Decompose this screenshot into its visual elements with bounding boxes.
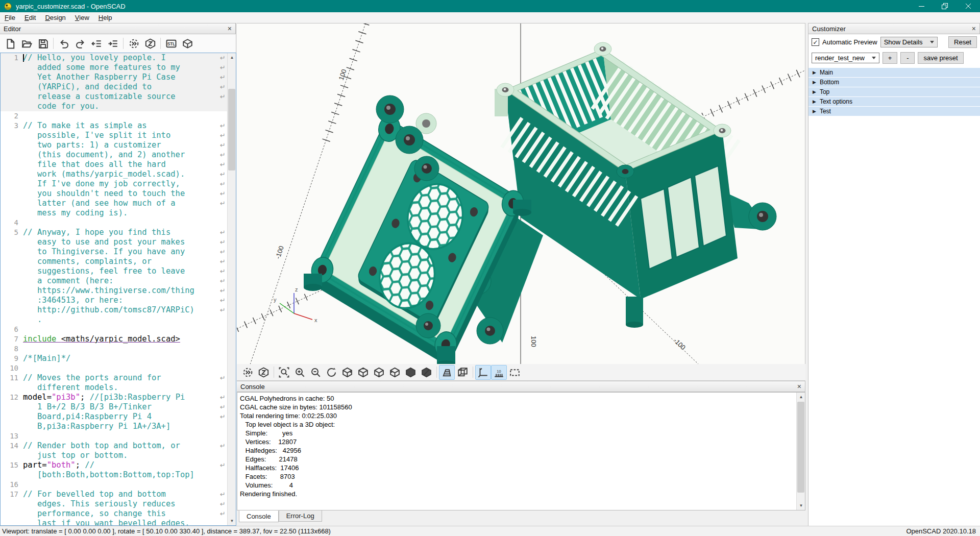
close-window-button[interactable]	[957, 0, 980, 12]
view-top-button[interactable]	[355, 365, 371, 380]
line-number: 3	[1, 121, 23, 131]
show-scale-markers-button[interactable]: 10	[491, 365, 507, 380]
line-wrap-icon: ↵	[220, 247, 226, 257]
render-icon	[145, 38, 156, 49]
tab-error-log[interactable]: Error-Log	[279, 510, 322, 522]
code-row: 16	[1, 480, 227, 490]
code-editor[interactable]: 1// Hello, you lovely people. I↵ added s…	[0, 53, 236, 526]
zoom-all-button[interactable]	[276, 365, 292, 380]
menu-view[interactable]: View	[70, 12, 94, 23]
line-number	[1, 63, 23, 72]
console-scroll-thumb[interactable]	[797, 402, 804, 493]
console-dock-title: Console	[240, 383, 265, 391]
scroll-up-icon[interactable]: ▲	[228, 53, 236, 62]
editor-scroll-thumb[interactable]	[228, 89, 235, 170]
viewport-3d[interactable]: 100 -100 -100 100	[237, 23, 805, 365]
menu-edit[interactable]: Edit	[20, 12, 40, 23]
orthogonal-icon	[457, 367, 468, 378]
show-axes-button[interactable]	[475, 365, 491, 380]
menu-file[interactable]: File	[0, 12, 20, 23]
customizer-close-icon[interactable]: ×	[972, 25, 976, 32]
code-row: release a customizable source↵	[1, 92, 227, 102]
editor-dock-header[interactable]: Editor ×	[0, 23, 236, 34]
code-row: code for you.	[1, 102, 227, 111]
open-file-button[interactable]	[18, 36, 35, 51]
section-bottom[interactable]: ▶Bottom	[808, 78, 980, 87]
line-number	[1, 92, 23, 102]
view-all-icon	[509, 367, 520, 378]
view-left-button[interactable]	[387, 365, 403, 380]
console-close-icon[interactable]: ×	[797, 383, 801, 390]
code-row: edges. This seriously reduces↵	[1, 499, 227, 509]
restore-button[interactable]	[933, 0, 957, 12]
reset-button[interactable]: Reset	[948, 36, 977, 48]
console-lines: CGAL Polyhedrons in cache: 50CGAL cache …	[237, 393, 805, 498]
view-bottom-button[interactable]	[371, 365, 387, 380]
menu-design[interactable]: Design	[40, 12, 70, 23]
line-number	[1, 305, 23, 315]
editor-dock-title: Editor	[4, 25, 21, 33]
zoom-out-button[interactable]	[308, 365, 324, 380]
section-test[interactable]: ▶Test	[808, 107, 980, 116]
view-all-button[interactable]	[507, 365, 523, 380]
console-dock-header[interactable]: Console ×	[237, 381, 805, 392]
tab-console[interactable]: Console	[239, 510, 279, 522]
section-text-options[interactable]: ▶Text options	[808, 97, 980, 106]
line-wrap-icon: ↵	[220, 131, 226, 140]
customizer-dock-title: Customizer	[812, 25, 846, 33]
redo-button[interactable]	[72, 36, 88, 51]
orthogonal-button[interactable]	[455, 365, 471, 380]
section-main[interactable]: ▶Main	[808, 68, 980, 77]
indent-button[interactable]	[105, 36, 121, 51]
line-number	[1, 499, 23, 509]
preview-button[interactable]	[240, 365, 256, 380]
console-output[interactable]: CGAL Polyhedrons in cache: 50CGAL cache …	[237, 392, 805, 510]
reset-view-icon	[326, 367, 337, 378]
section-top[interactable]: ▶Top	[808, 87, 980, 96]
code-row: 3// To make it as simple as↵	[1, 121, 227, 131]
menu-help[interactable]: Help	[94, 12, 117, 23]
save-file-button[interactable]	[35, 36, 51, 51]
console-scrollbar[interactable]: ▲ ▼	[796, 393, 805, 510]
line-wrap-icon: ↵	[220, 509, 226, 519]
preset-dropdown[interactable]: render_test_new	[812, 53, 879, 63]
remove-preset-button[interactable]: -	[900, 52, 915, 64]
console-line: Facets: 8703	[237, 472, 805, 481]
export-stl-button[interactable]: STL	[163, 36, 179, 51]
minimize-button[interactable]	[910, 0, 933, 12]
add-preset-button[interactable]: +	[883, 52, 898, 64]
view-back-button[interactable]	[419, 365, 434, 380]
line-number: 13	[1, 431, 23, 441]
scroll-down-icon[interactable]: ▼	[228, 517, 236, 525]
viewport-3d-canvas[interactable]: 100 -100 -100 100	[237, 23, 805, 364]
line-wrap-icon: ↵	[220, 179, 226, 189]
line-wrap-icon: ↵	[220, 150, 226, 160]
save-preset-button[interactable]: save preset	[918, 52, 963, 64]
perspective-button[interactable]	[439, 365, 455, 380]
code-row: 6	[1, 325, 227, 334]
zoom-in-button[interactable]	[292, 365, 308, 380]
view-right-button[interactable]	[339, 365, 355, 380]
code-row: file that does all the hard↵	[1, 160, 227, 169]
line-number	[1, 422, 23, 431]
view-front-button[interactable]	[403, 365, 419, 380]
line-wrap-icon: ↵	[220, 160, 226, 169]
automatic-preview-checkbox[interactable]: ✓	[812, 38, 819, 46]
export-3d-button[interactable]	[179, 36, 195, 51]
render-button[interactable]	[256, 365, 272, 380]
details-dropdown[interactable]: Show Details	[880, 37, 938, 47]
render-button[interactable]	[142, 36, 158, 51]
customizer-dock-header[interactable]: Customizer ×	[808, 23, 980, 34]
new-file-button[interactable]	[2, 36, 18, 51]
preview-button[interactable]	[126, 36, 142, 51]
reset-view-button[interactable]	[324, 365, 339, 380]
line-number	[1, 247, 23, 257]
title-bar[interactable]: yarpic_customizer.scad - OpenSCAD	[0, 0, 980, 12]
editor-close-icon[interactable]: ×	[228, 25, 232, 32]
unindent-button[interactable]	[88, 36, 105, 51]
editor-scrollbar[interactable]: ▲ ▼	[227, 53, 236, 525]
undo-button[interactable]	[56, 36, 72, 51]
scroll-down-icon[interactable]: ▼	[797, 501, 805, 510]
line-wrap-icon: ↵	[220, 460, 226, 470]
scroll-up-icon[interactable]: ▲	[797, 393, 805, 401]
